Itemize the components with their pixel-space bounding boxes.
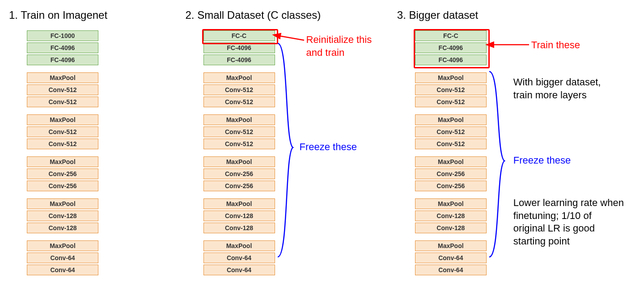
layer-maxpool: MaxPool	[27, 198, 98, 209]
layer-maxpool: MaxPool	[27, 240, 98, 251]
layer-gap	[203, 277, 275, 281]
layer-gap	[27, 109, 98, 113]
layer-fc-4096: FC-4096	[203, 42, 275, 53]
layer-gap	[27, 193, 98, 197]
layer-conv-512: Conv-512	[203, 126, 275, 137]
layer-gap	[415, 235, 487, 239]
annotation-bigger: With bigger dataset, train more layers	[513, 76, 616, 101]
layer-conv-128: Conv-128	[415, 223, 487, 233]
diagram-container: 1. Train on Imagenet FC-1000FC-4096FC-40…	[9, 9, 635, 282]
svg-line-0	[279, 36, 304, 40]
layer-maxpool: MaxPool	[203, 240, 275, 251]
layer-conv-512: Conv-512	[415, 84, 487, 95]
layer-maxpool: MaxPool	[203, 114, 275, 125]
layer-conv-512: Conv-512	[27, 139, 98, 149]
column-3: 3. Bigger dataset FC-CFC-4096FC-4096MaxP…	[397, 9, 635, 282]
layer-gap	[203, 109, 275, 113]
stack-2: FC-CFC-4096FC-4096MaxPoolConv-512Conv-51…	[203, 30, 275, 282]
layer-conv-512: Conv-512	[415, 126, 487, 137]
annotation-freeze-2: Freeze these	[300, 141, 357, 154]
layer-conv-512: Conv-512	[415, 139, 487, 149]
heading-2: 2. Small Dataset (C classes)	[186, 9, 388, 21]
layer-conv-512: Conv-512	[27, 84, 98, 95]
layer-gap	[27, 67, 98, 71]
layer-conv-256: Conv-256	[415, 181, 487, 191]
layer-conv-64: Conv-64	[415, 253, 487, 263]
layer-conv-64: Conv-64	[415, 265, 487, 275]
layer-gap	[27, 151, 98, 155]
annotation-train: Train these	[531, 39, 580, 52]
layer-gap	[415, 67, 487, 71]
annotation-freeze-3: Freeze these	[513, 154, 571, 167]
layer-conv-512: Conv-512	[27, 97, 98, 107]
layer-conv-512: Conv-512	[203, 84, 275, 95]
layer-conv-128: Conv-128	[415, 210, 487, 221]
layer-conv-256: Conv-256	[203, 168, 275, 179]
layer-fc-4096: FC-4096	[415, 42, 487, 53]
layer-conv-128: Conv-128	[203, 210, 275, 221]
layer-fc-4096: FC-4096	[27, 55, 98, 65]
layer-maxpool: MaxPool	[415, 156, 487, 167]
layer-conv-256: Conv-256	[203, 181, 275, 191]
layer-gap	[415, 277, 487, 281]
layer-conv-64: Conv-64	[27, 265, 98, 275]
layer-conv-64: Conv-64	[203, 253, 275, 263]
layer-fc-c: FC-C	[415, 30, 487, 41]
layer-conv-128: Conv-128	[27, 210, 98, 221]
layer-fc-c: FC-C	[203, 30, 275, 41]
layer-fc-4096: FC-4096	[27, 42, 98, 53]
annotation-lr: Lower learning rate when finetuning; 1/1…	[513, 197, 625, 248]
layer-conv-512: Conv-512	[27, 126, 98, 137]
layer-conv-256: Conv-256	[27, 168, 98, 179]
layer-conv-64: Conv-64	[203, 265, 275, 275]
layer-fc-4096: FC-4096	[203, 55, 275, 65]
layer-maxpool: MaxPool	[27, 114, 98, 125]
layer-fc-1000: FC-1000	[27, 30, 98, 41]
layer-gap	[415, 151, 487, 155]
heading-3: 3. Bigger dataset	[397, 9, 635, 21]
layer-maxpool: MaxPool	[415, 114, 487, 125]
layer-gap	[203, 193, 275, 197]
annotation-reinit: Reinitialize this and train	[306, 34, 387, 59]
layer-maxpool: MaxPool	[415, 72, 487, 83]
column-2: 2. Small Dataset (C classes) FC-CFC-4096…	[186, 9, 388, 282]
layer-maxpool: MaxPool	[27, 156, 98, 167]
layer-gap	[415, 193, 487, 197]
layer-conv-256: Conv-256	[27, 181, 98, 191]
layer-maxpool: MaxPool	[415, 198, 487, 209]
layer-conv-512: Conv-512	[203, 97, 275, 107]
layer-maxpool: MaxPool	[203, 156, 275, 167]
layer-maxpool: MaxPool	[27, 72, 98, 83]
stack-1: FC-1000FC-4096FC-4096MaxPoolConv-512Conv…	[27, 30, 98, 282]
layer-conv-512: Conv-512	[415, 97, 487, 107]
column-1: 1. Train on Imagenet FC-1000FC-4096FC-40…	[9, 9, 177, 282]
layer-conv-256: Conv-256	[415, 168, 487, 179]
layer-gap	[203, 235, 275, 239]
layer-conv-128: Conv-128	[27, 223, 98, 233]
layer-conv-512: Conv-512	[203, 139, 275, 149]
layer-conv-64: Conv-64	[27, 253, 98, 263]
layer-conv-128: Conv-128	[203, 223, 275, 233]
layer-gap	[27, 235, 98, 239]
layer-fc-4096: FC-4096	[415, 55, 487, 65]
layer-maxpool: MaxPool	[415, 240, 487, 251]
stack-3: FC-CFC-4096FC-4096MaxPoolConv-512Conv-51…	[415, 30, 487, 282]
layer-gap	[415, 109, 487, 113]
layer-gap	[203, 67, 275, 71]
layer-gap	[27, 277, 98, 281]
layer-maxpool: MaxPool	[203, 72, 275, 83]
layer-gap	[203, 151, 275, 155]
heading-1: 1. Train on Imagenet	[9, 9, 177, 21]
layer-maxpool: MaxPool	[203, 198, 275, 209]
